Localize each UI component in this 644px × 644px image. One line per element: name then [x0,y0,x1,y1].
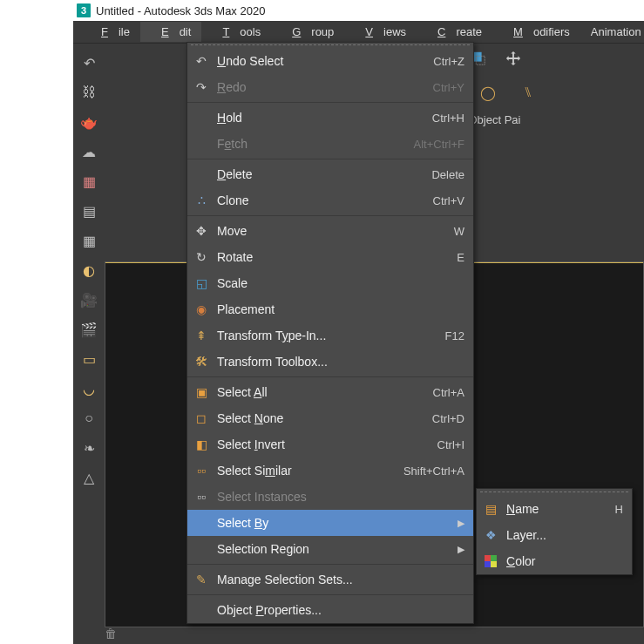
mi-select-none[interactable]: ◻ Select None Ctrl+D [187,405,473,431]
shortcut: F12 [445,329,464,342]
toolbox-icon: 🛠 [191,352,212,371]
leaf-icon[interactable]: ❧ [77,436,101,460]
move-tool-icon[interactable] [500,45,526,71]
shortcut: W [454,225,464,238]
mi-rotate[interactable]: ↻ Rotate E [187,244,473,270]
dome-icon[interactable]: ◡ [77,376,101,401]
shortcut: H [615,503,623,516]
mi-undo[interactable]: ↶ Undo Select Ctrl+Z [187,48,473,74]
camera-icon[interactable]: 🎥 [77,288,101,312]
svg-rect-3 [485,555,491,561]
app-window: 3 Untitled - Autodesk 3ds Max 2020 File … [73,0,644,644]
mi-transform-typein[interactable]: ⇞ Transform Type-In... F12 [187,322,473,349]
shortcut: Shift+Ctrl+A [403,464,464,478]
separator [187,564,473,565]
edit-menu-dropdown: ↶ Undo Select Ctrl+Z ↷ Redo Ctrl+Y Hold … [186,42,474,624]
mi-move[interactable]: ✥ Move W [187,218,473,244]
shortcut: Ctrl+H [432,112,464,125]
rect-icon[interactable]: ▭ [77,347,101,371]
mi-select-by-name[interactable]: ▤ Name H [477,496,632,522]
separator [187,594,473,595]
submenu-arrow-icon: ▶ [458,544,464,555]
list-icon[interactable]: ▤ [77,199,101,223]
mi-scale[interactable]: ◱ Scale [187,270,473,296]
trash-icon[interactable]: 🗑 [105,627,117,641]
mi-manage-selection-sets[interactable]: ✎ Manage Selection Sets... [187,566,473,593]
camera2-icon[interactable]: 🎬 [77,317,101,342]
select-invert-icon: ◧ [191,435,212,454]
menu-group[interactable]: Group [271,22,344,42]
tab-object-paint[interactable]: Object Pai [468,113,520,126]
clone-icon: ∴ [191,191,212,210]
undo-icon: ↶ [191,51,212,71]
bottom-bar: 🗑 [105,627,117,641]
submenu-arrow-icon: ▶ [458,518,464,529]
mi-hold[interactable]: Hold Ctrl+H [187,105,473,131]
link-icon[interactable]: ⛓ [77,80,101,105]
shortcut: Ctrl+D [432,412,464,425]
shortcut: Ctrl+A [433,386,464,399]
menu-animation[interactable]: Animation [580,22,644,42]
mi-transform-toolbox[interactable]: 🛠 Transform Toolbox... [187,349,473,375]
menubar: File Edit Tools Group Views Create Modif… [73,21,644,44]
flame-icon[interactable]: ⑊ [516,80,540,105]
menu-create[interactable]: Create [417,22,492,42]
shortcut: Delete [431,168,464,181]
mi-select-by-layer[interactable]: ❖ Layer... [477,522,632,548]
menu-tools[interactable]: Tools [201,22,271,42]
select-instances-icon: ▫▫ [191,487,212,506]
window-title: Untitled - Autodesk 3ds Max 2020 [96,4,265,17]
triangle-icon[interactable]: △ [77,465,101,490]
shortcut: Ctrl+I [437,438,464,451]
ring2-icon[interactable]: ◯ [476,80,500,105]
separator [187,215,473,216]
mi-select-by-color[interactable]: Color [477,548,632,574]
app-logo-icon: 3 [77,3,91,17]
sun-icon[interactable]: ◐ [77,258,101,282]
shortcut: Ctrl+V [433,194,464,207]
menu-file[interactable]: File [80,22,140,42]
cloud-icon[interactable]: ☁ [77,139,101,164]
separator [187,102,473,103]
undo-icon[interactable]: ↶ [77,51,101,75]
mi-select-instances: ▫▫ Select Instances [187,484,473,510]
mi-delete[interactable]: Delete Delete [187,161,473,187]
transform-typein-icon: ⇞ [191,326,212,345]
select-none-icon: ◻ [191,409,212,428]
name-icon: ▤ [480,499,501,519]
mi-selection-region[interactable]: Selection Region ▶ [187,536,473,562]
mi-fetch: Fetch Alt+Ctrl+F [187,131,473,157]
select-by-submenu: ▤ Name H ❖ Layer... Color [476,488,633,575]
mi-select-invert[interactable]: ◧ Select Invert Ctrl+I [187,431,473,458]
select-similar-icon: ▫▫ [191,461,212,480]
teapot-icon[interactable]: 🫖 [77,110,101,134]
shortcut: E [457,251,464,264]
left-toolbar: ↶ ⛓ 🫖 ☁ ▦ ▤ ▦ ◐ 🎥 🎬 ▭ ◡ ○ ❧ △ [73,44,105,490]
mi-clone[interactable]: ∴ Clone Ctrl+V [187,187,473,214]
move-icon: ✥ [191,221,212,241]
mi-select-similar[interactable]: ▫▫ Select Similar Shift+Ctrl+A [187,458,473,484]
mi-select-all[interactable]: ▣ Select All Ctrl+A [187,379,473,405]
redo-icon: ↷ [191,78,212,97]
menu-edit[interactable]: Edit [140,22,201,42]
rotate-icon: ↻ [191,247,212,267]
svg-rect-4 [491,555,497,561]
titlebar: 3 Untitled - Autodesk 3ds Max 2020 [73,0,644,21]
mi-select-by[interactable]: Select By ▶ [187,510,473,536]
mi-placement[interactable]: ◉ Placement [187,296,473,322]
mi-object-properties[interactable]: Object Properties... [187,597,473,623]
circle-icon[interactable]: ○ [77,406,101,430]
shortcut: Ctrl+Y [433,81,464,94]
grid-icon[interactable]: ▦ [77,228,101,253]
layer-icon: ❖ [480,525,501,545]
shortcut: Ctrl+Z [433,55,464,68]
mi-redo: ↷ Redo Ctrl+Y [187,74,473,100]
svg-rect-6 [491,561,497,567]
svg-rect-5 [485,561,491,567]
menu-views[interactable]: Views [344,22,417,42]
separator [187,376,473,377]
manage-sets-icon: ✎ [191,570,212,589]
menu-modifiers[interactable]: Modifiers [492,22,580,42]
palette-icon[interactable]: ▦ [77,169,101,193]
placement-icon: ◉ [191,300,212,319]
